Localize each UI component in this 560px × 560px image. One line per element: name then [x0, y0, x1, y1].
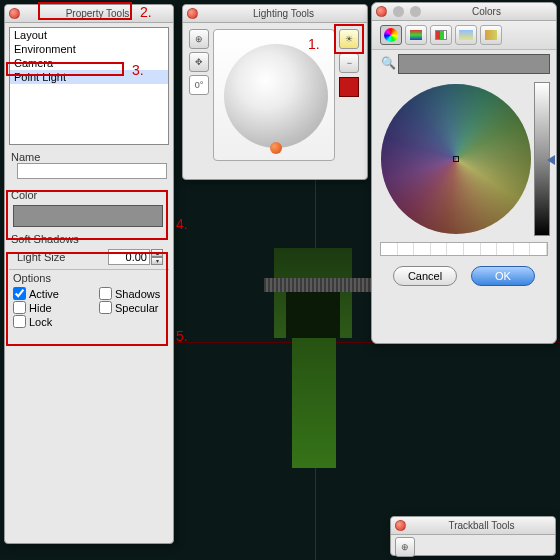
soft-shadows-label: Soft Shadows: [11, 233, 79, 245]
name-field[interactable]: [17, 163, 167, 179]
sliders-picker-button[interactable]: [405, 25, 427, 45]
close-icon[interactable]: [395, 520, 406, 531]
light-rot-button[interactable]: 0°: [189, 75, 209, 95]
close-icon[interactable]: [187, 8, 198, 19]
hide-checkbox[interactable]: [13, 301, 26, 314]
trackball-title: Trackball Tools: [412, 520, 551, 531]
crayon-picker-button[interactable]: [480, 25, 502, 45]
shadows-checkbox[interactable]: [99, 287, 112, 300]
remove-light-button[interactable]: −: [339, 53, 359, 73]
sphere-preview: [224, 44, 328, 148]
step-down-icon[interactable]: ▾: [151, 257, 163, 265]
colors-title: Colors: [421, 6, 552, 17]
sliders-icon: [410, 30, 422, 40]
list-item[interactable]: Camera: [10, 56, 168, 70]
specular-checkbox[interactable]: [99, 301, 112, 314]
brightness-slider[interactable]: [534, 82, 550, 236]
cancel-button[interactable]: Cancel: [393, 266, 457, 286]
lock-checkbox[interactable]: [13, 315, 26, 328]
name-label: Name: [11, 151, 40, 163]
trackball-titlebar[interactable]: Trackball Tools: [391, 517, 555, 535]
close-icon[interactable]: [9, 8, 20, 19]
annotation-4: 4.: [176, 216, 188, 232]
wheel-picker-button[interactable]: [380, 25, 402, 45]
lighting-tools-title: Lighting Tools: [204, 8, 363, 19]
light-size-stepper[interactable]: ▴▾: [108, 249, 163, 265]
light-size-label: Light Size: [17, 251, 65, 263]
ok-button[interactable]: OK: [471, 266, 535, 286]
active-label: Active: [29, 288, 59, 300]
step-up-icon[interactable]: ▴: [151, 249, 163, 257]
palette-icon: [435, 30, 447, 40]
image-picker-button[interactable]: [455, 25, 477, 45]
list-item[interactable]: Environment: [10, 42, 168, 56]
zoom-icon[interactable]: [410, 6, 421, 17]
color-label: Color: [11, 189, 37, 201]
swatch-row[interactable]: [380, 242, 548, 256]
trackball-button[interactable]: ⊕: [395, 537, 415, 557]
options-label: Options: [13, 272, 51, 284]
property-list[interactable]: Layout Environment Camera Point Light: [9, 27, 169, 145]
trackball-tools-panel: Trackball Tools ⊕: [390, 516, 556, 556]
color-wheel-cursor[interactable]: [453, 156, 459, 162]
current-color-swatch[interactable]: [398, 54, 550, 74]
light-size-field[interactable]: [108, 249, 150, 265]
add-light-button[interactable]: ☀: [339, 29, 359, 49]
close-icon[interactable]: [376, 6, 387, 17]
specular-label: Specular: [115, 302, 158, 314]
light-handle[interactable]: [270, 142, 282, 154]
palette-picker-button[interactable]: [430, 25, 452, 45]
color-swatch[interactable]: [13, 205, 163, 227]
color-wheel-icon: [384, 28, 398, 42]
lighting-tools-titlebar[interactable]: Lighting Tools: [183, 5, 367, 23]
light-mode-button[interactable]: ⊕: [189, 29, 209, 49]
minimize-icon[interactable]: [393, 6, 404, 17]
annotation-3: 3.: [132, 62, 144, 78]
image-icon: [459, 30, 473, 40]
list-item-selected[interactable]: Point Light: [10, 70, 168, 84]
lighting-tools-panel: Lighting Tools ⊕ ✥ 0° ☀ −: [182, 4, 368, 180]
rot-label: 0°: [195, 80, 204, 90]
shadows-label: Shadows: [115, 288, 160, 300]
property-tools-panel: Property Tools Layout Environment Camera…: [4, 4, 174, 544]
crayon-icon: [485, 30, 497, 40]
color-picker-toolbar: [372, 21, 556, 50]
magnifier-icon[interactable]: 🔍: [380, 56, 396, 72]
annotation-1: 1.: [308, 36, 320, 52]
annotation-5: 5.: [176, 328, 188, 344]
slider-thumb[interactable]: [547, 155, 555, 165]
light-color-swatch[interactable]: [339, 77, 359, 97]
hide-label: Hide: [29, 302, 52, 314]
colors-panel: Colors 🔍 Cancel OK: [371, 2, 557, 344]
colors-titlebar[interactable]: Colors: [372, 3, 556, 21]
active-checkbox[interactable]: [13, 287, 26, 300]
color-wheel[interactable]: [381, 84, 531, 234]
scene-object: [272, 212, 370, 464]
light-move-button[interactable]: ✥: [189, 52, 209, 72]
lock-label: Lock: [29, 316, 52, 328]
list-item[interactable]: Layout: [10, 28, 168, 42]
annotation-2: 2.: [140, 4, 152, 20]
